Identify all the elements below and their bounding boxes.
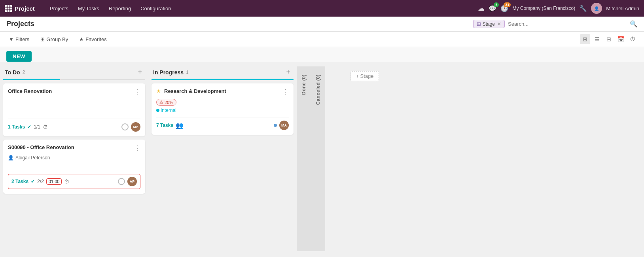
- app-logo[interactable]: Project: [5, 5, 41, 12]
- card-footer-right-1: MA: [121, 122, 140, 132]
- column-inprogress: In Progress 1 + ★ Research & Development…: [148, 66, 297, 251]
- card-menu-2[interactable]: ⋮: [134, 144, 140, 152]
- grid-view-icon[interactable]: ⊟: [604, 34, 614, 44]
- nav-projects[interactable]: Projects: [46, 4, 72, 13]
- chat-badge: 5: [494, 2, 499, 7]
- search-area: ⊞ Stage ✕ 🔍: [473, 20, 638, 28]
- cloud-icon[interactable]: ☁: [478, 4, 485, 13]
- search-icon[interactable]: 🔍: [630, 20, 638, 28]
- card-footer-right-3: MA: [274, 121, 289, 130]
- layers-icon: ⊞: [477, 21, 481, 27]
- page-header: Projects ⊞ Stage ✕ 🔍: [0, 17, 644, 32]
- toolbar: ▼ Filters ⊞ Group By ★ Favorites ⊞ ☰ ⊟ 📅…: [0, 32, 644, 47]
- company-name: My Company (San Francisco): [512, 6, 575, 11]
- card-footer-2: 2 Tasks ✔ 2/2 01:00 ⏱ AP: [8, 174, 140, 189]
- kanban-board: To Do 2 + Office Renovation ⋮ 1 Tasks ✔ …: [0, 62, 644, 251]
- status-circle-1[interactable]: [121, 123, 129, 130]
- card-menu-1[interactable]: ⋮: [134, 88, 140, 96]
- toolbar-right: ⊞ ☰ ⊟ 📅 ⏱: [580, 34, 638, 44]
- avatar-2[interactable]: AP: [127, 177, 137, 186]
- activity-badge: 31: [504, 2, 511, 7]
- star-icon: ★: [79, 36, 84, 42]
- new-button[interactable]: NEW: [6, 51, 32, 62]
- card-footer-1: 1 Tasks ✔ 1/1 ⏱ MA: [8, 119, 140, 132]
- calendar-view-icon[interactable]: 📅: [616, 34, 626, 44]
- card-r-and-d: ★ Research & Development ⋮ ⚠ 20% Interna…: [152, 83, 294, 135]
- time-icon-2[interactable]: ⏱: [64, 179, 69, 185]
- task-count-1[interactable]: 1 Tasks: [8, 124, 25, 130]
- col-progress-fill-todo: [3, 79, 60, 80]
- tag-internal-3: Internal: [156, 108, 176, 113]
- card-menu-3[interactable]: ⋮: [282, 88, 289, 96]
- card-s00090: S00090 - Office Renovation ⋮ 👤 Abigail P…: [3, 140, 145, 194]
- col-progress-bar-inprogress: [152, 79, 294, 80]
- favorites-label: Favorites: [85, 36, 106, 42]
- chat-icon[interactable]: 💬 5: [489, 5, 496, 12]
- add-stage-button[interactable]: + Stage: [350, 71, 379, 81]
- card-title-2[interactable]: S00090 - Office Renovation: [8, 144, 74, 151]
- star-icon-3[interactable]: ★: [156, 88, 161, 94]
- card-person-2: 👤 Abigail Peterson: [8, 155, 140, 161]
- col-header-inprogress: In Progress 1 +: [152, 66, 294, 79]
- time-box-2: 01:00: [46, 178, 62, 185]
- dot-blue-3: [274, 124, 277, 127]
- avatar[interactable]: 👤: [591, 3, 602, 14]
- status-circle-2[interactable]: [118, 178, 125, 185]
- topnav: Project Projects My Tasks Reporting Conf…: [0, 0, 644, 17]
- col-add-todo[interactable]: +: [138, 68, 142, 76]
- col-count-todo: 2: [23, 70, 25, 75]
- filters-button[interactable]: ▼ Filters: [6, 36, 32, 43]
- stage-tag-label: Stage: [483, 21, 495, 27]
- nav-mytasks[interactable]: My Tasks: [74, 4, 103, 13]
- overdue-badge-3: ⚠ 20%: [156, 99, 176, 106]
- favorites-button[interactable]: ★ Favorites: [77, 36, 109, 43]
- card-title-1[interactable]: Office Renovation: [8, 88, 52, 95]
- check-icon-1: ✔: [27, 124, 31, 130]
- list-view-icon[interactable]: ☰: [592, 34, 602, 44]
- kanban-view-icon[interactable]: ⊞: [580, 34, 590, 44]
- check-icon-2: ✔: [31, 179, 35, 184]
- nav-reporting[interactable]: Reporting: [105, 4, 135, 13]
- stage-tag[interactable]: ⊞ Stage ✕: [473, 20, 505, 28]
- activity-icon[interactable]: 🕐 31: [500, 5, 508, 12]
- groupby-icon: ⊞: [40, 36, 45, 42]
- percent-3: 20%: [165, 100, 173, 105]
- stage-tag-close[interactable]: ✕: [497, 21, 501, 27]
- settings-icon[interactable]: 🔧: [579, 5, 587, 12]
- column-canceled-collapsed[interactable]: Canceled (0): [311, 66, 325, 251]
- card-footer-3: 7 Tasks 👥 MA: [156, 117, 289, 130]
- column-done-collapsed[interactable]: Done (0): [297, 66, 311, 251]
- toolbar-left: ▼ Filters ⊞ Group By ★ Favorites: [6, 36, 109, 43]
- search-input-wrap: [508, 21, 627, 27]
- avatar-3[interactable]: MA: [279, 121, 289, 130]
- filter-icon: ▼: [9, 36, 14, 42]
- card-footer-left-1: 1 Tasks ✔ 1/1 ⏱: [8, 124, 48, 130]
- task-count-2[interactable]: 2 Tasks: [11, 179, 28, 184]
- search-input[interactable]: [508, 21, 627, 27]
- action-row: NEW: [0, 47, 644, 62]
- col-add-inprogress[interactable]: +: [286, 68, 290, 76]
- add-stage-col: + Stage: [325, 66, 404, 251]
- col-label-done: Done (0): [301, 71, 307, 98]
- groupby-button[interactable]: ⊞ Group By: [38, 36, 70, 43]
- card-footer-left-3: 7 Tasks 👥: [156, 122, 184, 129]
- card-title-3[interactable]: Research & Development: [164, 88, 226, 95]
- col-progress-bar-todo: [3, 79, 145, 80]
- filters-label: Filters: [15, 36, 29, 42]
- dot-teal-3: [156, 109, 159, 112]
- tag-label-3: Internal: [161, 108, 176, 113]
- check-ratio-2: 2/2: [37, 179, 44, 184]
- groupby-label: Group By: [46, 36, 68, 42]
- team-icon-3: 👥: [176, 122, 184, 129]
- card-header-3: ★ Research & Development ⋮: [156, 88, 289, 96]
- check-ratio-1: 1/1: [34, 124, 40, 130]
- task-count-3[interactable]: 7 Tasks: [156, 123, 173, 128]
- clock-view-icon[interactable]: ⏱: [627, 34, 638, 44]
- time-icon-1[interactable]: ⏱: [43, 124, 48, 130]
- col-title-inprogress: In Progress: [153, 69, 184, 76]
- topnav-right: ☁ 💬 5 🕐 31 My Company (San Francisco) 🔧 …: [478, 3, 639, 14]
- nav-configuration[interactable]: Configuration: [136, 4, 175, 13]
- page-title: Projects: [6, 20, 34, 28]
- col-label-canceled: Canceled (0): [315, 71, 321, 108]
- avatar-1[interactable]: MA: [131, 122, 140, 132]
